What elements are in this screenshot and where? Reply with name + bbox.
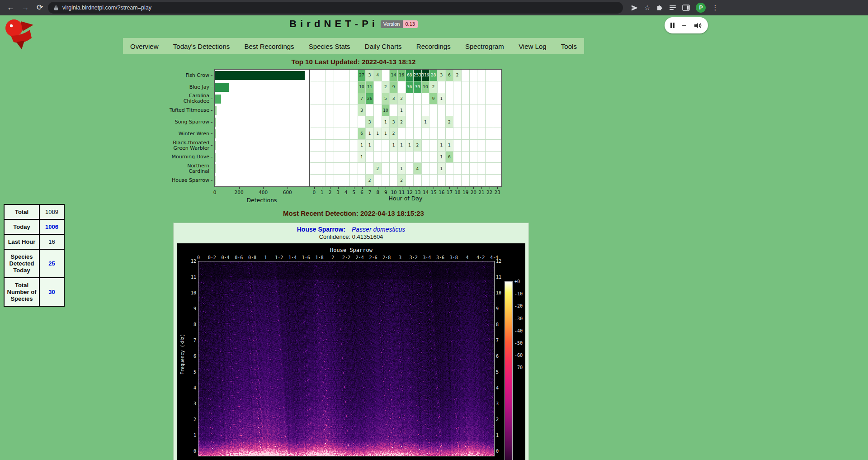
heatmap-cell (453, 152, 462, 163)
heatmap-cell (374, 81, 382, 93)
profile-avatar[interactable]: P (696, 3, 706, 13)
url-bar[interactable]: virginia.birdnetpi.com/?stream=play (48, 2, 623, 14)
nav-item-daily-charts[interactable]: Daily Charts (365, 43, 402, 50)
spectrogram-time-tick: 2·4 (356, 255, 364, 260)
bookmark-star-icon[interactable]: ☆ (644, 4, 650, 12)
top10-heading-time: 2022-04-13 18:12 (362, 58, 415, 66)
spectrogram-title: House Sparrow (177, 247, 525, 253)
heatmap-cell (342, 70, 350, 81)
detection-scientific-name[interactable]: Passer domesticus (352, 226, 405, 233)
nav-item-recordings[interactable]: Recordings (416, 43, 451, 50)
heatmap-cell (310, 104, 318, 116)
heatmap-cell: 10 (382, 104, 390, 116)
spectrogram-db-tick: -70 (514, 365, 523, 370)
heatmap-cell (318, 163, 326, 175)
heatmap-cell: 16 (398, 70, 406, 81)
nav-item-species-stats[interactable]: Species Stats (309, 43, 350, 50)
heatmap-cell (470, 175, 478, 186)
heatmap-cell: 1 (446, 140, 454, 152)
heatmap-cell (438, 116, 446, 128)
most-recent-heading: Most Recent Detection: 2022-04-13 18:15:… (123, 209, 584, 217)
stats-value-link[interactable]: 25 (48, 260, 55, 267)
pause-icon[interactable] (670, 23, 675, 28)
hour-axis-tick: 6 (360, 190, 363, 195)
heatmap-cell: 3 (390, 116, 398, 128)
spectrogram-image: House Sparrow Frequency (kHz) 00·20·40·6… (177, 243, 525, 460)
heatmap-cell (318, 128, 326, 140)
extensions-icon[interactable] (656, 4, 663, 11)
nav-item-best-recordings[interactable]: Best Recordings (245, 43, 294, 50)
forward-icon[interactable]: → (19, 1, 32, 14)
chart-species-label: Tufted Titmouse (170, 104, 212, 116)
heatmap-cell (350, 104, 358, 116)
nav-item-spectrogram[interactable]: Spectrogram (465, 43, 504, 50)
nav-item-today-s-detections[interactable]: Today's Detections (173, 43, 230, 50)
detection-confidence: Confidence: 0.41351604 (177, 233, 525, 240)
heatmap-cell (390, 163, 398, 175)
heatmap-cell: 27 (358, 70, 366, 81)
heatmap-cell: 3 (358, 104, 366, 116)
heatmap-cell (334, 104, 342, 116)
spectrogram-freq-tick-left: 8 (184, 322, 196, 327)
heatmap-cell: 5 (382, 93, 390, 105)
stats-row: Total Number of Species30 (4, 278, 64, 306)
heatmap-cell (453, 140, 462, 152)
chart-species-label: Fish Crow (170, 70, 212, 81)
heatmap-cell (358, 175, 366, 186)
heatmap-cell (438, 175, 446, 186)
nav-item-view-log[interactable]: View Log (519, 43, 546, 50)
heatmap-cell (382, 70, 390, 81)
bar-axis-tick: 0 (213, 190, 217, 195)
heatmap-cell (334, 152, 342, 163)
send-icon[interactable] (631, 5, 638, 11)
stats-label: Last Hour (4, 234, 39, 249)
detection-species[interactable]: House Sparrow: (297, 226, 345, 233)
volume-icon[interactable] (694, 22, 702, 29)
heatmap-cell (429, 163, 438, 175)
heatmap-cell (310, 128, 318, 140)
stats-value-link[interactable]: 1006 (45, 223, 58, 230)
detection-card: House Sparrow: Passer domesticus Confide… (173, 223, 529, 460)
heatmap-cell (422, 93, 430, 105)
hour-axis-tick: 13 (415, 190, 420, 195)
heatmap-cell (310, 81, 318, 93)
bar-axis-label: Detections (246, 197, 277, 204)
browser-menu-icon[interactable]: ⋮ (712, 4, 718, 12)
heatmap-cell (462, 70, 470, 81)
heatmap-cell (326, 175, 334, 186)
heatmap-cell (342, 128, 350, 140)
heatmap-cell (429, 140, 438, 152)
heatmap-cell (334, 81, 342, 93)
reload-icon[interactable]: ⟳ (33, 1, 46, 14)
heatmap-cell (406, 116, 414, 128)
back-icon[interactable]: ← (5, 1, 17, 14)
chart-species-label: Winter Wren (170, 128, 212, 140)
version-label: Version (381, 20, 403, 28)
heatmap-cell (342, 140, 350, 152)
hour-axis-tick: 0 (312, 190, 316, 195)
heatmap-cell (414, 128, 422, 140)
side-panel-icon[interactable] (682, 5, 690, 11)
stats-value-link[interactable]: 30 (48, 289, 55, 295)
birdnetpi-page: B i r d N E T - P i Version 0.13 Overvie… (0, 15, 868, 460)
heatmap-cell (342, 104, 350, 116)
reading-list-icon[interactable] (669, 5, 676, 11)
heatmap-cell (493, 163, 501, 175)
audio-player[interactable] (665, 17, 708, 33)
birdnetpi-logo[interactable] (4, 18, 37, 53)
spectrogram-db-tick: -50 (514, 341, 523, 346)
heatmap-cell (493, 175, 501, 186)
seek-handle-icon[interactable] (682, 25, 686, 26)
heatmap-cell (326, 140, 334, 152)
heatmap-cell (358, 116, 366, 128)
heatmap-cell (406, 104, 414, 116)
hour-axis-tick: 7 (368, 190, 372, 195)
heatmap-cell (438, 81, 446, 93)
heatmap-cell (334, 163, 342, 175)
heatmap-cell (358, 163, 366, 175)
heatmap-cell (334, 140, 342, 152)
nav-item-overview[interactable]: Overview (130, 43, 159, 50)
heatmap-cell: 11 (366, 81, 374, 93)
spectrogram-time-tick: 4·2 (476, 255, 485, 260)
nav-item-tools[interactable]: Tools (561, 43, 577, 50)
